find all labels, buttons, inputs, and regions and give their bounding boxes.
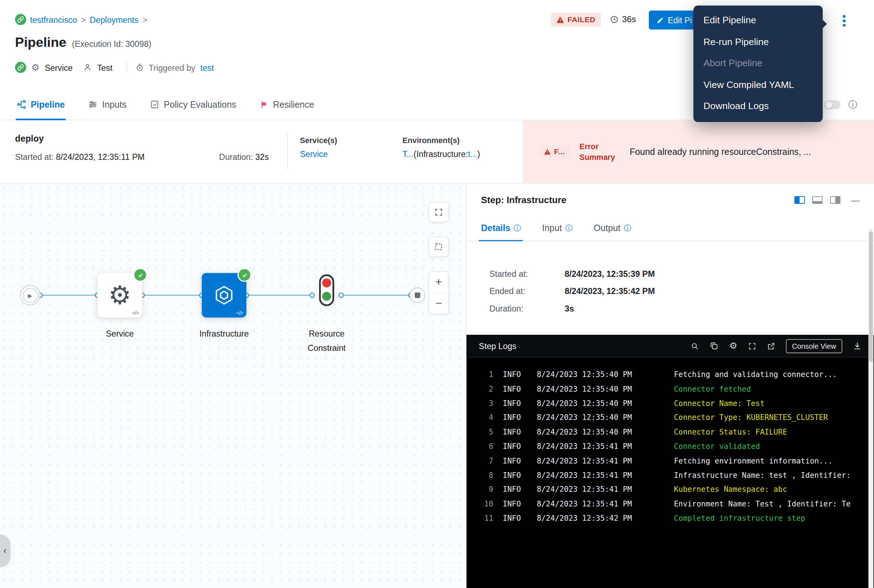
pipeline-icon xyxy=(17,100,26,109)
menu-item-label: Edit Pipeline xyxy=(703,15,756,26)
run-duration-value: 36s xyxy=(622,14,636,24)
log-message: Kubernetes Namespace: abc xyxy=(674,483,787,497)
services-label: Service(s) xyxy=(300,136,337,145)
settings-gear-icon[interactable]: ⚙ xyxy=(730,342,737,351)
chevron-left-icon: ‹ xyxy=(4,546,7,556)
run-duration: 36s xyxy=(610,14,636,24)
end-node[interactable] xyxy=(410,288,426,303)
stopwatch-icon xyxy=(135,63,143,72)
fullscreen-icon[interactable] xyxy=(748,342,756,350)
step-panel-title: Step: Infrastructure xyxy=(481,195,566,205)
title-row: Pipeline (Execution Id: 30098) xyxy=(15,35,151,50)
log-line-number: 3 xyxy=(481,396,493,411)
log-level: INFO xyxy=(503,468,525,483)
log-timestamp: 8/24/2023 12:35:41 PM xyxy=(537,468,645,483)
detail-row: Duration: 3s xyxy=(489,303,874,315)
log-level: INFO xyxy=(503,454,525,468)
menu-item[interactable]: Download Logs xyxy=(693,96,823,117)
log-message: Infrastructure Name: test , Identifier: xyxy=(674,468,851,483)
menu-item-label: Abort Pipeline xyxy=(703,58,762,69)
external-link-icon[interactable] xyxy=(767,342,775,350)
step-tab-input[interactable]: Input ⓘ xyxy=(542,216,573,241)
log-level: INFO xyxy=(503,382,525,396)
menu-item[interactable]: View Compiled YAML xyxy=(693,74,823,96)
step-logs-console: Step Logs ⚙ xyxy=(467,335,874,588)
infrastructure-link[interactable]: t... xyxy=(468,149,477,159)
breadcrumb-project-link[interactable]: testfrancisco xyxy=(30,15,77,24)
execution-id: (Execution Id: 30098) xyxy=(72,39,151,48)
toggle-switch[interactable] xyxy=(824,100,841,109)
canvas-select-button[interactable] xyxy=(429,237,449,257)
menu-item[interactable]: Abort Pipeline xyxy=(693,53,823,74)
started-label: Started at: xyxy=(15,152,54,161)
search-icon[interactable] xyxy=(691,342,699,350)
clock-icon xyxy=(610,15,619,24)
service-node[interactable]: ⚙ </> xyxy=(98,273,143,318)
info-icon[interactable]: ⓘ xyxy=(848,100,857,109)
log-message: Fetching environment information... xyxy=(674,454,832,468)
resource-constraint-node[interactable] xyxy=(314,273,340,316)
pencil-icon xyxy=(657,16,664,24)
started-value: 8/24/2023, 12:35:11 PM xyxy=(56,152,144,161)
step-tabs: Details ⓘ Input ⓘ Output ⓘ xyxy=(467,216,874,241)
more-options-kebab-icon[interactable] xyxy=(842,14,847,27)
environment-link[interactable]: T... xyxy=(402,149,414,159)
log-timestamp: 8/24/2023 12:35:40 PM xyxy=(537,382,645,396)
collapse-panel-handle[interactable]: ‹ xyxy=(0,535,10,567)
minimize-panel-button[interactable]: — xyxy=(851,195,859,205)
download-icon[interactable] xyxy=(853,342,862,351)
zoom-out-button[interactable]: − xyxy=(429,293,448,314)
pipeline-graph-canvas[interactable]: ▶ ⚙ </> </> xyxy=(0,184,466,588)
bottom-view-icon[interactable] xyxy=(812,196,823,204)
info-icon[interactable]: ⓘ xyxy=(624,224,631,234)
stage-icon xyxy=(83,63,92,72)
menu-item[interactable]: Edit Pipeline xyxy=(693,10,823,32)
tab-policy-evaluations[interactable]: Policy Evaluations xyxy=(150,89,236,120)
log-line-number: 2 xyxy=(481,382,493,396)
breadcrumb-deployments-link[interactable]: Deployments xyxy=(90,15,138,24)
right-view-icon[interactable] xyxy=(830,196,841,204)
scrollbar-thumb[interactable] xyxy=(869,231,873,362)
triggered-by-user-link[interactable]: test xyxy=(200,63,214,72)
main-content: ▶ ⚙ </> </> xyxy=(0,184,874,588)
code-tag-icon: </> xyxy=(236,310,243,316)
stage-name[interactable]: deploy xyxy=(15,134,44,144)
log-timestamp: 8/24/2023 12:35:41 PM xyxy=(537,497,645,511)
policy-check-icon xyxy=(150,100,159,109)
console-view-button[interactable]: Console View xyxy=(786,339,842,353)
duration-label: Duration: xyxy=(219,152,253,161)
success-check-icon xyxy=(133,268,147,282)
start-node[interactable]: ▶ xyxy=(20,285,40,305)
copy-icon[interactable] xyxy=(710,342,719,351)
service-node-label: Service xyxy=(98,327,143,341)
info-icon[interactable]: ⓘ xyxy=(565,224,572,234)
infrastructure-node-label: Infrastructure xyxy=(196,327,252,341)
link-icon xyxy=(17,16,24,23)
stage-duration: Duration: 32s xyxy=(219,152,269,161)
console-header: Step Logs ⚙ xyxy=(467,335,874,358)
infrastructure-node[interactable]: </> xyxy=(202,273,247,318)
log-line-number: 5 xyxy=(481,425,493,440)
service-link[interactable]: Service xyxy=(300,149,328,159)
step-tab-details[interactable]: Details ⓘ xyxy=(481,216,521,241)
menu-item[interactable]: Re-run Pipeline xyxy=(693,32,823,53)
environments-label: Environment(s) xyxy=(402,136,480,145)
split-view-icon[interactable] xyxy=(794,196,805,204)
step-tab-output[interactable]: Output ⓘ xyxy=(594,216,631,241)
detail-value: 8/24/2023, 12:35:39 PM xyxy=(565,268,655,280)
tab-resilience[interactable]: Resilience xyxy=(259,89,314,120)
log-timestamp: 8/24/2023 12:35:42 PM xyxy=(537,512,645,526)
status-badge: FAILED xyxy=(551,13,601,27)
zoom-in-button[interactable]: + xyxy=(429,272,448,292)
stage-summary-bar: deploy Started at: 8/24/2023, 12:35:11 P… xyxy=(0,120,874,184)
traffic-light-icon xyxy=(314,273,340,316)
log-message: Connector Type: KUBERNETES_CLUSTER xyxy=(674,411,828,425)
log-timestamp: 8/24/2023 12:35:40 PM xyxy=(537,411,645,425)
info-icon[interactable]: ⓘ xyxy=(514,224,521,234)
environments-block: Environment(s) T...(Infrastructure:t...) xyxy=(402,136,480,159)
error-summary-text: Found already running resourceConstrains… xyxy=(630,147,874,157)
canvas-fullscreen-button[interactable] xyxy=(429,202,449,222)
tab-pipeline[interactable]: Pipeline xyxy=(17,89,65,120)
tab-inputs[interactable]: Inputs xyxy=(89,89,127,120)
stop-square-icon xyxy=(415,292,421,298)
